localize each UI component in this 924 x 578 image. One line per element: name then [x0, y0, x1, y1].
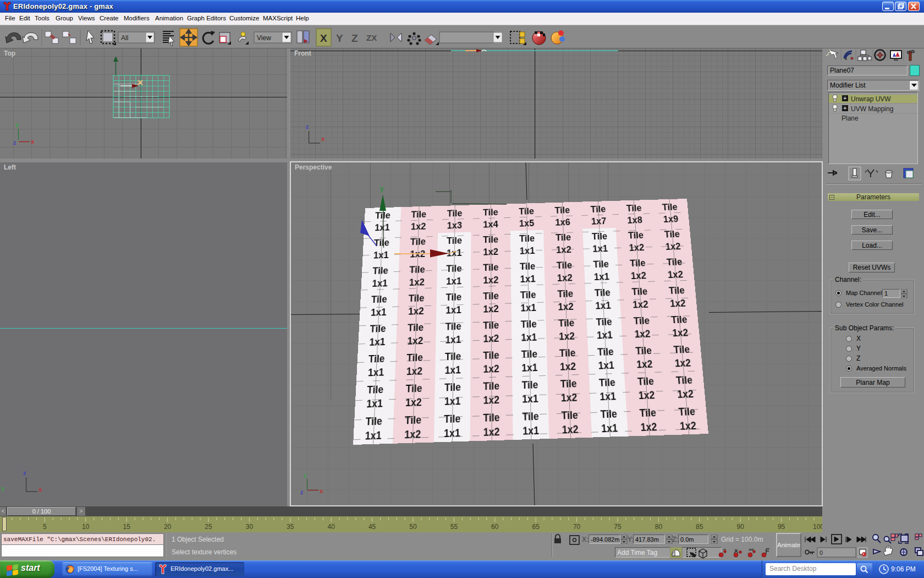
svg-text:25: 25 [205, 523, 212, 531]
svg-text:60: 60 [491, 523, 499, 531]
svg-text:85: 85 [696, 523, 703, 531]
svg-text:x: x [31, 138, 35, 145]
svg-text:80: 80 [655, 523, 663, 531]
svg-text:10: 10 [82, 523, 90, 531]
svg-text:All: All [121, 34, 128, 42]
svg-text:20: 20 [164, 523, 172, 531]
svg-text:15: 15 [123, 523, 131, 531]
svg-text:x: x [320, 488, 323, 494]
svg-text:45: 45 [369, 523, 376, 531]
svg-text:y: y [380, 185, 384, 193]
svg-text:65: 65 [532, 523, 540, 531]
svg-text:100: 100 [813, 523, 822, 531]
svg-text:x: x [38, 486, 42, 493]
svg-text:0: 0 [820, 549, 823, 556]
svg-text:X: X [320, 32, 327, 44]
svg-text:UVW Mapping: UVW Mapping [851, 105, 893, 113]
svg-text:Unwrap UVW: Unwrap UVW [851, 95, 891, 103]
svg-text:y: y [15, 121, 19, 128]
svg-text:40: 40 [328, 523, 336, 531]
svg-text:x: x [321, 135, 325, 142]
svg-text:Z: Z [351, 32, 358, 44]
svg-text:z: z [23, 470, 26, 476]
svg-text:+: + [843, 95, 846, 101]
svg-text:View: View [257, 34, 271, 42]
svg-text:90: 90 [737, 523, 745, 531]
svg-text:y: y [1, 485, 5, 492]
svg-text:30: 30 [246, 523, 254, 531]
svg-text:z: z [306, 123, 309, 130]
svg-text:z: z [300, 489, 304, 495]
svg-text:Y: Y [336, 32, 343, 44]
svg-text:y: y [304, 472, 307, 478]
svg-text:75: 75 [614, 523, 622, 531]
svg-text:95: 95 [778, 523, 785, 531]
svg-text:+: + [843, 105, 846, 111]
svg-text:70: 70 [573, 523, 581, 531]
svg-text:Plane: Plane [842, 114, 859, 122]
svg-text:5: 5 [43, 523, 47, 531]
svg-text:z: z [13, 139, 16, 146]
svg-text:ZX: ZX [366, 33, 377, 42]
svg-text:50: 50 [409, 523, 417, 531]
svg-text:55: 55 [450, 523, 458, 531]
svg-text:35: 35 [287, 523, 294, 531]
